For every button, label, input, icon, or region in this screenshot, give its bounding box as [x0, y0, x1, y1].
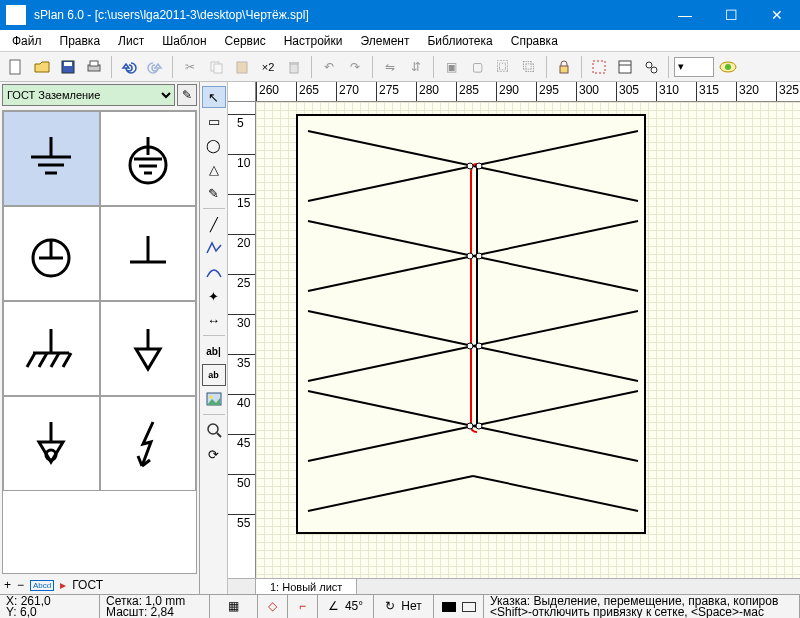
main-toolbar: ✂ ×2 ↶ ↷ ⇋ ⇵ ▣ ▢ ⿴ ⿻ ▾: [0, 52, 800, 82]
canvas[interactable]: [256, 102, 800, 578]
mirror-v-icon[interactable]: ⇵: [404, 55, 428, 79]
svg-line-60: [473, 426, 638, 461]
symbol-ground[interactable]: [3, 111, 100, 206]
group-icon[interactable]: ⿴: [491, 55, 515, 79]
pointer-tool[interactable]: ↖: [202, 86, 226, 108]
maximize-button[interactable]: ☐: [708, 0, 754, 30]
save-icon[interactable]: [56, 55, 80, 79]
symbol-equipotential[interactable]: [3, 396, 100, 491]
image-tool[interactable]: [202, 388, 226, 410]
menu-Настройки[interactable]: Настройки: [276, 32, 351, 50]
rotate-right-icon[interactable]: ↷: [343, 55, 367, 79]
flag-icon[interactable]: ▸: [60, 578, 66, 592]
paste-icon[interactable]: [230, 55, 254, 79]
delete-icon[interactable]: [282, 55, 306, 79]
plus-icon[interactable]: +: [4, 578, 11, 592]
open-icon[interactable]: [30, 55, 54, 79]
svg-rect-11: [593, 61, 605, 73]
svg-line-59: [473, 391, 638, 426]
node-tool[interactable]: ✦: [202, 285, 226, 307]
copy-icon[interactable]: [204, 55, 228, 79]
grid-toggle[interactable]: ▦: [210, 595, 258, 618]
menu-Библиотека[interactable]: Библиотека: [419, 32, 500, 50]
snap-toggle[interactable]: ◇: [258, 595, 288, 618]
minimize-button[interactable]: —: [662, 0, 708, 30]
svg-point-71: [476, 423, 482, 429]
mirror-h-icon[interactable]: ⇋: [378, 55, 402, 79]
new-icon[interactable]: [4, 55, 28, 79]
rotate-left-icon[interactable]: ↶: [317, 55, 341, 79]
zoom-fit-icon[interactable]: [716, 55, 740, 79]
svg-line-48: [473, 166, 638, 201]
find-icon[interactable]: [639, 55, 663, 79]
library-select[interactable]: ГОСТ Заземление: [2, 84, 175, 106]
text-tool[interactable]: ab|: [202, 340, 226, 362]
hint-pane: Указка: Выделение, перемещение, правка, …: [484, 595, 800, 618]
svg-line-61: [308, 476, 473, 511]
symbol-ground-protective[interactable]: [100, 111, 197, 206]
minus-icon[interactable]: −: [17, 578, 24, 592]
rect-tool[interactable]: ▭: [202, 110, 226, 132]
label-badge-icon[interactable]: Abcd: [30, 580, 54, 591]
menu-bar: ФайлПравкаЛистШаблонСервисНастройкиЭлеме…: [0, 30, 800, 52]
menu-Элемент[interactable]: Элемент: [353, 32, 418, 50]
menu-Файл[interactable]: Файл: [4, 32, 50, 50]
library-edit-button[interactable]: ✎: [177, 84, 197, 106]
polyline-tool[interactable]: [202, 237, 226, 259]
circle-tool[interactable]: ◯: [202, 134, 226, 156]
duplicate-icon[interactable]: ×2: [256, 55, 280, 79]
dimension-tool[interactable]: ↔: [202, 309, 226, 331]
polygon-tool[interactable]: △: [202, 158, 226, 180]
svg-line-52: [473, 256, 638, 291]
ungroup-icon[interactable]: ⿻: [517, 55, 541, 79]
symbol-lightning[interactable]: [100, 396, 197, 491]
undo-icon[interactable]: [117, 55, 141, 79]
cut-icon[interactable]: ✂: [178, 55, 202, 79]
front-icon[interactable]: ▣: [439, 55, 463, 79]
back-icon[interactable]: ▢: [465, 55, 489, 79]
line-tool[interactable]: ╱: [202, 213, 226, 235]
svg-point-15: [651, 67, 657, 73]
redo-icon[interactable]: [143, 55, 167, 79]
curve-tool[interactable]: [202, 261, 226, 283]
menu-Правка[interactable]: Правка: [52, 32, 109, 50]
sheet-tab[interactable]: 1: Новый лист: [256, 579, 357, 594]
svg-rect-8: [290, 64, 298, 73]
svg-line-46: [308, 166, 473, 201]
svg-line-36: [51, 353, 59, 367]
menu-Лист[interactable]: Лист: [110, 32, 152, 50]
symbol-ground-noiseless[interactable]: [3, 206, 100, 301]
svg-line-37: [63, 353, 71, 367]
svg-line-58: [308, 426, 473, 461]
select-rect-icon[interactable]: [587, 55, 611, 79]
svg-point-65: [476, 163, 482, 169]
svg-rect-7: [237, 62, 247, 73]
textbox-tool[interactable]: ab: [202, 364, 226, 386]
svg-line-35: [39, 353, 47, 367]
menu-Шаблон[interactable]: Шаблон: [154, 32, 214, 50]
symbol-chassis[interactable]: [100, 206, 197, 301]
layers-icon[interactable]: [613, 55, 637, 79]
symbol-chassis-lines[interactable]: [3, 301, 100, 396]
freeform-tool[interactable]: ✎: [202, 182, 226, 204]
measure-tool[interactable]: ⟳: [202, 443, 226, 465]
svg-line-45: [308, 131, 473, 166]
snap-mode[interactable]: ↻ Нет: [374, 595, 434, 618]
symbol-signal-ground[interactable]: [100, 301, 197, 396]
symbol-grid: [2, 110, 197, 574]
menu-Сервис[interactable]: Сервис: [217, 32, 274, 50]
svg-point-67: [476, 253, 482, 259]
color-pane[interactable]: [434, 595, 484, 618]
svg-rect-10: [560, 66, 568, 73]
zoom-combo[interactable]: ▾: [674, 57, 714, 77]
coords-pane: X: 261,0 Y: 6,0: [0, 595, 100, 618]
lock-icon[interactable]: [552, 55, 576, 79]
svg-line-50: [308, 256, 473, 291]
menu-Справка[interactable]: Справка: [503, 32, 566, 50]
ortho-toggle[interactable]: ⌐: [288, 595, 318, 618]
zoom-tool[interactable]: [202, 419, 226, 441]
close-button[interactable]: ✕: [754, 0, 800, 30]
angle-pane[interactable]: ∠ 45°: [318, 595, 374, 618]
library-panel: ГОСТ Заземление ✎ + − Abcd ▸ ГОСТ: [0, 82, 200, 594]
print-icon[interactable]: [82, 55, 106, 79]
